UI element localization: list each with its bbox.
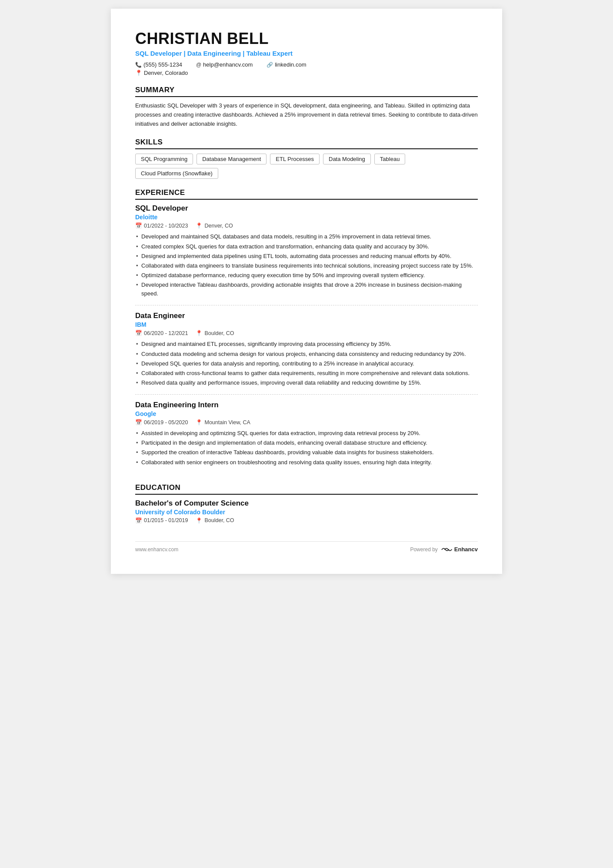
bullet-item: Designed and maintained ETL processes, s… xyxy=(135,340,478,349)
bullet-item: Collaborated with data engineers to tran… xyxy=(135,261,478,270)
bullet-item: Collaborated with cross-functional teams… xyxy=(135,369,478,378)
header-section: CHRISTIAN BELL SQL Developer | Data Engi… xyxy=(135,30,478,76)
location-pin-icon: 📍 xyxy=(196,517,203,524)
bullet-item: Supported the creation of interactive Ta… xyxy=(135,448,478,457)
jobs-container: SQL Developer Deloitte 📅 01/2022 - 10/20… xyxy=(135,204,478,473)
job-title: Data Engineer xyxy=(135,312,478,320)
education-section: EDUCATION Bachelor's of Computer Science… xyxy=(135,483,478,524)
email-item: @ help@enhancv.com xyxy=(196,61,253,68)
skill-tag: SQL Programming xyxy=(135,154,193,164)
skill-tag: Cloud Platforms (Snowflake) xyxy=(135,168,218,179)
bullet-item: Developed interactive Tableau dashboards… xyxy=(135,281,478,298)
bullet-item: Created complex SQL queries for data ext… xyxy=(135,242,478,251)
calendar-icon: 📅 xyxy=(135,419,142,426)
enhancv-logo-icon xyxy=(440,546,453,553)
skill-tag: ETL Processes xyxy=(270,154,320,164)
bullet-list: Designed and maintained ETL processes, s… xyxy=(135,340,478,387)
page-footer: www.enhancv.com Powered by Enhancv xyxy=(135,541,478,553)
email-icon: @ xyxy=(196,62,201,68)
edu-institution: University of Colorado Boulder xyxy=(135,509,478,516)
education-item: Bachelor's of Computer Science Universit… xyxy=(135,499,478,524)
job-meta: 📅 01/2022 - 10/2023 📍 Denver, CO xyxy=(135,222,478,229)
candidate-name: CHRISTIAN BELL xyxy=(135,30,478,48)
phone-number: (555) 555-1234 xyxy=(143,61,182,68)
skill-tag: Database Management xyxy=(197,154,267,164)
bullet-item: Developed and maintained SQL databases a… xyxy=(135,232,478,241)
experience-section: EXPERIENCE SQL Developer Deloitte 📅 01/2… xyxy=(135,188,478,473)
job-location: 📍 Mountain View, CA xyxy=(196,419,250,426)
summary-text: Enthusiastic SQL Developer with 3 years … xyxy=(135,101,478,128)
brand-name: Enhancv xyxy=(454,546,478,553)
job-meta: 📅 06/2019 - 05/2020 📍 Mountain View, CA xyxy=(135,419,478,426)
skills-section: SKILLS SQL ProgrammingDatabase Managemen… xyxy=(135,138,478,179)
bullet-item: Collaborated with senior engineers on tr… xyxy=(135,458,478,467)
education-container: Bachelor's of Computer Science Universit… xyxy=(135,499,478,524)
job-meta: 📅 06/2020 - 12/2021 📍 Boulder, CO xyxy=(135,330,478,336)
bullet-list: Developed and maintained SQL databases a… xyxy=(135,232,478,298)
bullet-item: Conducted data modeling and schema desig… xyxy=(135,350,478,359)
edu-degree: Bachelor's of Computer Science xyxy=(135,499,478,508)
edu-location: 📍 Boulder, CO xyxy=(196,517,234,524)
linkedin-url: linkedin.com xyxy=(275,61,306,68)
job-location: 📍 Boulder, CO xyxy=(196,330,234,336)
edu-meta: 📅 01/2015 - 01/2019 📍 Boulder, CO xyxy=(135,517,478,524)
resume-page: CHRISTIAN BELL SQL Developer | Data Engi… xyxy=(111,9,502,574)
company-name: Deloitte xyxy=(135,214,478,221)
bullet-item: Developed SQL queries for data analysis … xyxy=(135,359,478,368)
edu-date: 📅 01/2015 - 01/2019 xyxy=(135,517,188,524)
bullet-item: Resolved data quality and performance is… xyxy=(135,379,478,387)
bullet-item: Optimized database performance, reducing… xyxy=(135,271,478,280)
footer-website: www.enhancv.com xyxy=(135,546,178,553)
footer-powered: Powered by Enhancv xyxy=(410,546,478,553)
location-icon: 📍 xyxy=(135,70,142,76)
location-pin-icon: 📍 xyxy=(196,222,203,229)
location-pin-icon: 📍 xyxy=(196,419,203,426)
calendar-icon: 📅 xyxy=(135,517,142,524)
summary-section: SUMMARY Enthusiastic SQL Developer with … xyxy=(135,86,478,128)
job-date: 📅 06/2019 - 05/2020 xyxy=(135,419,188,426)
job-date: 📅 06/2020 - 12/2021 xyxy=(135,330,188,336)
education-title: EDUCATION xyxy=(135,483,478,495)
linkedin-icon: 🔗 xyxy=(267,62,273,68)
experience-title: EXPERIENCE xyxy=(135,188,478,200)
contact-row: 📞 (555) 555-1234 @ help@enhancv.com 🔗 li… xyxy=(135,61,478,68)
bullet-item: Assisted in developing and optimizing SQ… xyxy=(135,429,478,438)
experience-item: SQL Developer Deloitte 📅 01/2022 - 10/20… xyxy=(135,204,478,305)
job-title: SQL Developer xyxy=(135,204,478,213)
job-title: Data Engineering Intern xyxy=(135,401,478,409)
company-name: IBM xyxy=(135,321,478,328)
company-name: Google xyxy=(135,410,478,417)
phone-item: 📞 (555) 555-1234 xyxy=(135,61,182,68)
candidate-title: SQL Developer | Data Engineering | Table… xyxy=(135,50,478,57)
calendar-icon: 📅 xyxy=(135,330,142,336)
calendar-icon: 📅 xyxy=(135,222,142,229)
experience-item: Data Engineering Intern Google 📅 06/2019… xyxy=(135,401,478,474)
enhancv-brand: Enhancv xyxy=(440,546,478,553)
bullet-item: Designed and implemented data pipelines … xyxy=(135,252,478,261)
location-text: Denver, Colorado xyxy=(144,70,188,76)
linkedin-item[interactable]: 🔗 linkedin.com xyxy=(267,61,306,68)
skills-list: SQL ProgrammingDatabase ManagementETL Pr… xyxy=(135,154,478,179)
bullet-list: Assisted in developing and optimizing SQ… xyxy=(135,429,478,467)
location-row: 📍 Denver, Colorado xyxy=(135,70,478,76)
bullet-item: Participated in the design and implement… xyxy=(135,439,478,447)
experience-item: Data Engineer IBM 📅 06/2020 - 12/2021 📍 … xyxy=(135,312,478,395)
skills-title: SKILLS xyxy=(135,138,478,149)
skill-tag: Tableau xyxy=(374,154,406,164)
job-location: 📍 Denver, CO xyxy=(196,222,233,229)
location-pin-icon: 📍 xyxy=(196,330,203,336)
phone-icon: 📞 xyxy=(135,62,142,68)
powered-by-text: Powered by xyxy=(410,546,437,553)
job-date: 📅 01/2022 - 10/2023 xyxy=(135,222,188,229)
skill-tag: Data Modeling xyxy=(323,154,371,164)
summary-title: SUMMARY xyxy=(135,86,478,97)
email-address: help@enhancv.com xyxy=(203,61,253,68)
